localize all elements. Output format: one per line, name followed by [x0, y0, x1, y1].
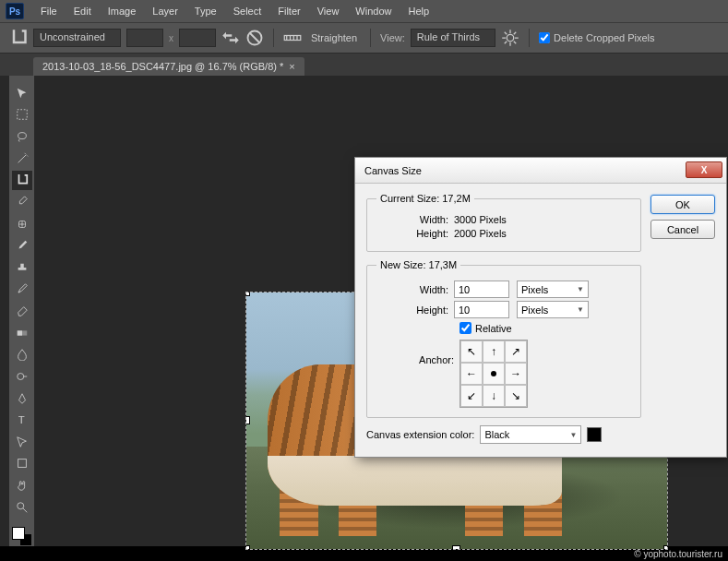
new-size-group: New Size: 17,3M Width: Pixels Height: Pi…	[366, 259, 641, 418]
shape-tool-icon[interactable]	[12, 454, 32, 474]
collapsed-panel-strip[interactable]	[0, 76, 9, 546]
new-width-label: Width:	[376, 284, 454, 295]
anchor-sw[interactable]: ↙	[460, 385, 483, 407]
menu-edit[interactable]: Edit	[66, 3, 99, 19]
anchor-nw[interactable]: ↖	[460, 340, 483, 363]
svg-point-9	[17, 373, 23, 379]
crop-handle[interactable]	[452, 545, 460, 550]
history-brush-icon[interactable]	[12, 280, 32, 300]
new-height-label: Height:	[376, 304, 454, 316]
marquee-tool-icon[interactable]	[12, 105, 32, 125]
menu-help[interactable]: Help	[400, 3, 436, 19]
crop-handle[interactable]	[245, 545, 250, 550]
anchor-w[interactable]: ←	[460, 363, 483, 385]
lasso-tool-icon[interactable]	[12, 126, 32, 147]
healing-tool-icon[interactable]	[12, 214, 32, 234]
delete-cropped-checkbox[interactable]: Delete Cropped Pixels	[539, 32, 654, 43]
move-tool-icon[interactable]	[12, 83, 32, 103]
hand-tool-icon[interactable]	[12, 475, 32, 495]
close-tab-icon[interactable]: ×	[289, 61, 294, 72]
relative-checkbox[interactable]	[459, 322, 471, 334]
current-height-value: 2000 Pixels	[454, 228, 507, 239]
document-tab-title: 2013-10-03_18-56_DSC4477.jpg @ 16.7% (RG…	[42, 61, 283, 72]
brush-tool-icon[interactable]	[12, 235, 32, 256]
crop-tool-icon[interactable]	[12, 171, 32, 191]
anchor-e[interactable]: →	[505, 363, 527, 385]
toolbox: T	[9, 76, 35, 546]
svg-rect-11	[18, 460, 26, 468]
anchor-center[interactable]	[483, 363, 505, 385]
svg-point-4	[18, 133, 26, 139]
anchor-s[interactable]: ↓	[483, 385, 505, 407]
canvas-size-dialog: Canvas Size X Current Size: 17,2M Width:…	[354, 157, 727, 458]
delete-cropped-label: Delete Cropped Pixels	[554, 32, 654, 43]
extension-color-select[interactable]: Black	[480, 425, 581, 444]
type-tool-icon[interactable]: T	[12, 410, 32, 430]
crop-height-input[interactable]	[179, 29, 216, 47]
swap-icon[interactable]	[221, 29, 240, 47]
current-size-legend: Current Size: 17,2M	[376, 193, 474, 204]
dodge-tool-icon[interactable]	[12, 366, 32, 387]
crop-width-input[interactable]	[126, 29, 163, 47]
anchor-ne[interactable]: ↗	[505, 340, 527, 363]
gradient-tool-icon[interactable]	[12, 323, 32, 343]
app-logo: Ps	[6, 3, 24, 19]
wand-tool-icon[interactable]	[12, 149, 32, 169]
color-swatches[interactable]	[12, 527, 32, 547]
eraser-tool-icon[interactable]	[12, 301, 32, 321]
menu-view[interactable]: View	[310, 3, 347, 19]
new-height-unit-select[interactable]: Pixels	[517, 301, 589, 318]
menu-type[interactable]: Type	[187, 3, 224, 19]
current-height-label: Height:	[376, 228, 454, 239]
path-tool-icon[interactable]	[12, 432, 32, 452]
blur-tool-icon[interactable]	[12, 345, 32, 365]
extension-color-swatch[interactable]	[587, 427, 602, 442]
dialog-close-button[interactable]: X	[686, 161, 722, 178]
new-height-input[interactable]	[454, 301, 509, 318]
menu-image[interactable]: Image	[101, 3, 144, 19]
anchor-n[interactable]: ↑	[483, 340, 505, 363]
clear-icon[interactable]	[245, 29, 264, 47]
extension-color-label: Canvas extension color:	[366, 429, 474, 440]
new-width-input[interactable]	[454, 280, 509, 298]
foreground-swatch[interactable]	[12, 527, 25, 540]
anchor-se[interactable]: ↘	[505, 385, 527, 407]
straighten-button[interactable]: Straighten	[307, 30, 361, 45]
svg-text:T: T	[18, 415, 24, 426]
dialog-titlebar[interactable]: Canvas Size X	[355, 158, 726, 184]
zoom-tool-icon[interactable]	[12, 497, 32, 518]
crop-handle[interactable]	[245, 292, 250, 296]
dialog-title: Canvas Size	[364, 165, 422, 176]
eyedropper-tool-icon[interactable]	[12, 192, 32, 212]
document-tab[interactable]: 2013-10-03_18-56_DSC4477.jpg @ 16.7% (RG…	[33, 57, 304, 76]
stamp-tool-icon[interactable]	[12, 257, 32, 278]
anchor-grid[interactable]: ↖ ↑ ↗ ← → ↙ ↓ ↘	[459, 340, 528, 408]
crop-handle[interactable]	[245, 416, 250, 424]
menu-file[interactable]: File	[33, 3, 65, 19]
crop-tool-icon	[9, 29, 28, 47]
menu-window[interactable]: Window	[348, 3, 399, 19]
overlay-view-select[interactable]: Rule of Thirds	[411, 29, 495, 47]
view-label: View:	[380, 32, 405, 43]
anchor-label: Anchor:	[413, 340, 459, 408]
straighten-icon[interactable]	[283, 29, 302, 47]
delete-cropped-input[interactable]	[539, 32, 550, 43]
svg-rect-8	[17, 330, 21, 335]
new-size-legend: New Size: 17,3M	[376, 259, 460, 270]
crop-ratio-select[interactable]: Unconstrained	[33, 29, 121, 47]
ok-button[interactable]: OK	[650, 195, 715, 214]
menu-select[interactable]: Select	[226, 3, 269, 19]
menu-layer[interactable]: Layer	[145, 3, 185, 19]
relative-label: Relative	[475, 323, 512, 334]
svg-point-6	[18, 292, 19, 293]
svg-point-12	[17, 502, 23, 508]
current-width-label: Width:	[376, 214, 454, 225]
current-size-group: Current Size: 17,2M Width:3000 Pixels He…	[366, 193, 641, 252]
document-tab-bar: 2013-10-03_18-56_DSC4477.jpg @ 16.7% (RG…	[0, 54, 728, 76]
pen-tool-icon[interactable]	[12, 388, 32, 409]
menu-filter[interactable]: Filter	[270, 3, 307, 19]
settings-icon[interactable]	[501, 29, 519, 47]
new-width-unit-select[interactable]: Pixels	[517, 280, 589, 298]
cancel-button[interactable]: Cancel	[650, 220, 715, 239]
dimension-separator: x	[169, 33, 173, 43]
